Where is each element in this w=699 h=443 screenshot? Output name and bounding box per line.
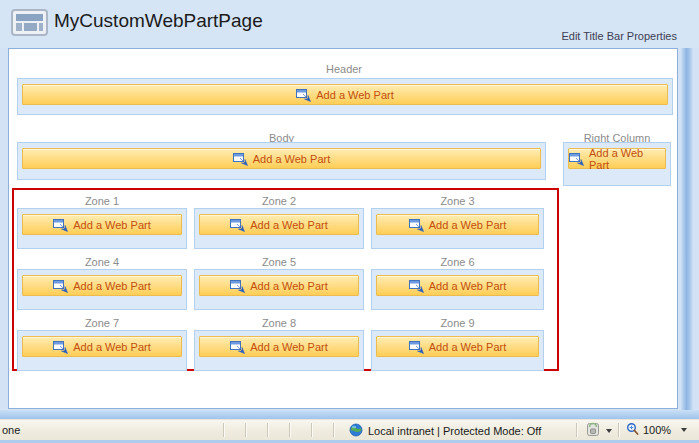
web-part-zone: Zone 3Add a Web Part xyxy=(371,195,544,249)
zone-label: Zone 5 xyxy=(194,256,364,268)
zone-label: Zone 9 xyxy=(371,317,544,329)
add-web-part-label: Add a Web Part xyxy=(253,153,330,165)
privacy-filter-button[interactable] xyxy=(586,422,612,439)
web-part-zone: Zone 5Add a Web Part xyxy=(194,256,364,310)
privacy-filter-icon xyxy=(586,422,600,439)
add-web-part-icon xyxy=(230,218,245,231)
security-zone-pane: Local intranet | Protected Mode: Off xyxy=(349,423,541,439)
zone-header: Add a Web Part xyxy=(17,78,673,115)
add-web-part-icon xyxy=(233,152,248,165)
web-part-page-canvas: Header Add a Web Part Body xyxy=(8,48,678,409)
status-separator xyxy=(289,423,291,437)
add-web-part-icon xyxy=(230,279,245,292)
web-part-zone: Zone 6Add a Web Part xyxy=(371,256,544,310)
zone-drop-area: Add a Web Part xyxy=(17,269,187,310)
zone-label: Zone 1 xyxy=(17,195,187,207)
status-text: one xyxy=(2,424,20,436)
add-web-part-button[interactable]: Add a Web Part xyxy=(376,275,539,296)
add-web-part-button[interactable]: Add a Web Part xyxy=(376,336,539,357)
add-web-part-button[interactable]: Add a Web Part xyxy=(22,214,182,235)
web-part-zone: Zone 2Add a Web Part xyxy=(194,195,364,249)
zone-label: Zone 7 xyxy=(17,317,187,329)
status-separator xyxy=(333,423,335,437)
add-web-part-button[interactable]: Add a Web Part xyxy=(199,275,359,296)
add-web-part-label: Add a Web Part xyxy=(429,219,506,231)
zone-drop-area: Add a Web Part xyxy=(194,269,364,310)
zone-drop-area: Add a Web Part xyxy=(371,330,544,371)
add-web-part-icon xyxy=(53,340,68,353)
dropdown-caret-icon xyxy=(681,428,687,432)
add-web-part-button[interactable]: Add a Web Part xyxy=(22,275,182,296)
add-web-part-icon xyxy=(409,340,424,353)
add-web-part-icon xyxy=(230,340,245,353)
status-separator xyxy=(576,423,578,437)
zone-drop-area: Add a Web Part xyxy=(371,269,544,310)
status-bar: one Local intranet | Protected Mode: Off xyxy=(0,419,699,440)
add-web-part-label: Add a Web Part xyxy=(250,219,327,231)
zone-body: Add a Web Part xyxy=(17,142,546,180)
zone-label: Zone 2 xyxy=(194,195,364,207)
add-web-part-button[interactable]: Add a Web Part xyxy=(568,148,666,169)
zoom-control-button[interactable]: 100% xyxy=(626,422,687,438)
web-part-zone: Zone 1Add a Web Part xyxy=(17,195,187,249)
add-web-part-label: Add a Web Part xyxy=(316,89,393,101)
add-web-part-label: Add a Web Part xyxy=(250,341,327,353)
web-part-zone: Zone 9Add a Web Part xyxy=(371,317,544,371)
zone-drop-area: Add a Web Part xyxy=(194,330,364,371)
window-frame-right xyxy=(681,48,693,410)
zoom-level-text: 100% xyxy=(643,424,671,436)
zoom-icon xyxy=(626,422,639,438)
zone-drop-area: Add a Web Part xyxy=(194,208,364,249)
add-web-part-button[interactable]: Add a Web Part xyxy=(199,336,359,357)
add-web-part-button[interactable]: Add a Web Part xyxy=(22,84,668,105)
zone-label-header: Header xyxy=(9,63,679,75)
zone-label: Zone 4 xyxy=(17,256,187,268)
title-bar: MyCustomWebPartPage Edit Title Bar Prope… xyxy=(0,0,699,48)
add-web-part-icon xyxy=(53,218,68,231)
add-web-part-icon xyxy=(569,152,584,165)
security-zone-text: Local intranet | Protected Mode: Off xyxy=(368,425,541,437)
zone-drop-area: Add a Web Part xyxy=(371,208,544,249)
webpart-page-editor: MyCustomWebPartPage Edit Title Bar Prope… xyxy=(0,0,699,443)
zone-drop-area: Add a Web Part xyxy=(17,330,187,371)
add-web-part-button[interactable]: Add a Web Part xyxy=(376,214,539,235)
dropdown-caret-icon xyxy=(606,429,612,433)
zone-label: Zone 6 xyxy=(371,256,544,268)
status-separator xyxy=(223,423,225,437)
add-web-part-icon xyxy=(409,279,424,292)
custom-zones-grid: Zone 1Add a Web PartZone 2Add a Web Part… xyxy=(17,195,544,371)
web-part-zone: Zone 7Add a Web Part xyxy=(17,317,187,371)
web-part-zone: Zone 8Add a Web Part xyxy=(194,317,364,371)
add-web-part-label: Add a Web Part xyxy=(429,280,506,292)
zone-drop-area: Add a Web Part xyxy=(17,208,187,249)
add-web-part-label: Add a Web Part xyxy=(73,280,150,292)
status-separator xyxy=(618,423,620,437)
add-web-part-icon xyxy=(409,218,424,231)
zone-right-column: Add a Web Part xyxy=(563,142,671,186)
web-part-page-icon xyxy=(11,9,48,36)
window-frame-bottom xyxy=(0,410,699,419)
edit-title-bar-properties-link[interactable]: Edit Title Bar Properties xyxy=(561,30,677,42)
status-separator xyxy=(267,423,269,437)
add-web-part-label: Add a Web Part xyxy=(250,280,327,292)
zone-label: Zone 3 xyxy=(371,195,544,207)
add-web-part-label: Add a Web Part xyxy=(73,341,150,353)
zone-label: Zone 8 xyxy=(194,317,364,329)
status-separator xyxy=(245,423,247,437)
add-web-part-label: Add a Web Part xyxy=(429,341,506,353)
add-web-part-icon xyxy=(296,88,311,101)
add-web-part-label: Add a Web Part xyxy=(73,219,150,231)
web-part-zone: Zone 4Add a Web Part xyxy=(17,256,187,310)
add-web-part-label: Add a Web Part xyxy=(589,147,665,171)
add-web-part-icon xyxy=(53,279,68,292)
add-web-part-button[interactable]: Add a Web Part xyxy=(22,148,541,169)
add-web-part-button[interactable]: Add a Web Part xyxy=(22,336,182,357)
globe-icon xyxy=(349,423,363,439)
status-separator xyxy=(311,423,313,437)
page-title: MyCustomWebPartPage xyxy=(54,10,263,32)
add-web-part-button[interactable]: Add a Web Part xyxy=(199,214,359,235)
